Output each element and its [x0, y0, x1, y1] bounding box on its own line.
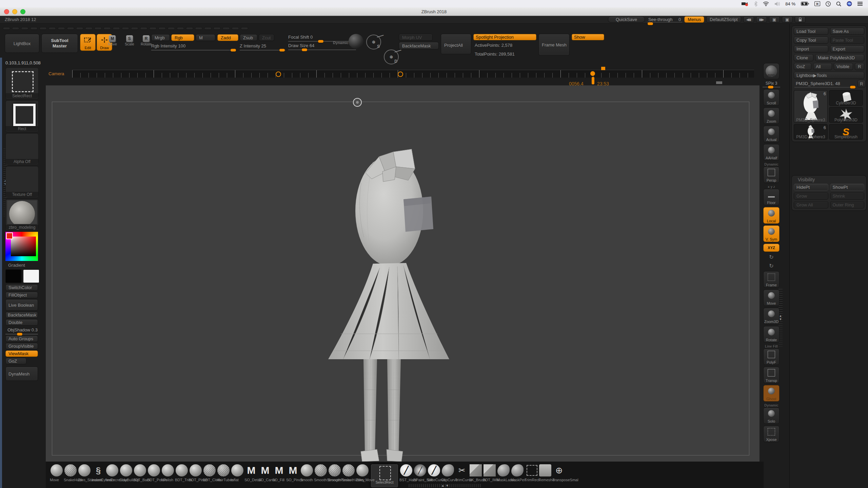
gradient-label[interactable]: Gradient [5, 262, 39, 269]
polymesh3d-thumbnail[interactable]: PolyMesh3D [829, 107, 863, 123]
menu-item[interactable] [149, 27, 157, 30]
load-tool-button[interactable]: Load Tool [794, 28, 828, 35]
right-shelf-button[interactable]: Ghost [763, 385, 780, 402]
rgb-intensity-slider[interactable]: Rgb Intensity 100 [151, 43, 236, 50]
rotate-mode-button[interactable]: R Rotate [141, 35, 152, 46]
mrgb-button[interactable]: Mrgb [151, 34, 170, 41]
spix-handle[interactable] [768, 86, 773, 88]
right-shelf-button[interactable]: Line Fill PolyF [763, 348, 780, 365]
right-shelf-button[interactable]: Actual [763, 126, 780, 142]
secondary-color-swatch[interactable] [23, 269, 39, 283]
menu-item[interactable] [204, 27, 212, 30]
viewmask-button[interactable]: ViewMask [5, 350, 38, 357]
rgb-intensity-handle[interactable] [231, 49, 236, 52]
dynamesh-button[interactable]: DynaMesh [5, 367, 38, 381]
menu-item[interactable] [48, 27, 56, 30]
siri-icon[interactable] [847, 1, 852, 7]
menu-item[interactable] [131, 27, 138, 30]
see-through-handle[interactable] [648, 22, 653, 25]
timeline-playhead-dot[interactable] [590, 71, 595, 76]
make-polymesh3d-button[interactable]: Make PolyMesh3D [815, 54, 864, 61]
bpr-render-button[interactable]: BPR [763, 63, 780, 79]
edit-mode-button[interactable]: Edit [80, 34, 96, 51]
grow-button[interactable]: Grow [794, 192, 828, 200]
draw-size-handle[interactable] [302, 48, 307, 51]
groupvisible-button[interactable]: GroupVisible [5, 343, 38, 349]
dynamic-label[interactable]: Dynamic [333, 41, 349, 45]
subtool-master-button[interactable]: SubTool Master [41, 34, 78, 53]
active-tool-thumbnail[interactable]: 6 PM3D_Sphere3 [794, 90, 828, 123]
see-through-slider[interactable]: See-through 0 [647, 17, 682, 22]
volume-icon[interactable] [774, 1, 780, 7]
showpt-button[interactable]: ShowPt [830, 184, 865, 191]
right-shelf-button[interactable]: Frame [763, 271, 780, 288]
brush-item[interactable]: BST_Hard [399, 464, 413, 484]
goz-button[interactable]: GoZ [794, 63, 811, 70]
right-shelf-button[interactable]: Zoom3D [763, 308, 780, 324]
menu-item[interactable] [186, 27, 193, 30]
right-shelf-button[interactable]: Rotate [763, 326, 780, 343]
backfacemask-side-button[interactable]: BackfaceMask [5, 312, 38, 318]
scale-mode-button[interactable]: S Scale [125, 35, 134, 46]
morph-uv-button[interactable]: Morph UV [399, 34, 433, 41]
menu-item[interactable] [94, 27, 102, 30]
right-shelf-button[interactable]: Xpose [763, 426, 780, 442]
import-button[interactable]: Import [794, 45, 828, 53]
zsub-button[interactable]: Zsub [240, 34, 257, 41]
simplebrush-thumbnail[interactable]: S SimpleBrush [829, 124, 863, 140]
goz-side-button[interactable]: GoZ [5, 358, 26, 364]
menu-item[interactable] [39, 27, 47, 30]
menu-item[interactable] [177, 27, 184, 30]
alpha-picker-icon[interactable]: ⊕D╱ [384, 49, 399, 64]
zcut-button[interactable]: Zcut [259, 34, 274, 41]
goz-visible-button[interactable]: Visible [834, 63, 853, 70]
wifi-icon[interactable] [763, 1, 769, 7]
main-color-swatch[interactable] [5, 269, 22, 283]
brush-item[interactable]: SelectRect [371, 464, 398, 487]
right-shelf-button[interactable] [764, 262, 779, 269]
frame-mesh-button[interactable]: Frame Mesh [538, 34, 570, 56]
alpha-thumbnail[interactable]: Alpha Off [5, 133, 39, 165]
hidept-button[interactable]: HidePt [794, 184, 828, 191]
brush-item[interactable]: hPolish [161, 464, 175, 484]
shrink-button[interactable]: Shrink [830, 192, 865, 200]
menu-item[interactable] [122, 27, 129, 30]
timeline-marker-square[interactable] [601, 67, 605, 70]
move-mode-button[interactable]: M Move [108, 35, 117, 46]
brush-item[interactable]: BDT_Pinch [189, 464, 203, 484]
paste-tool-button[interactable]: Paste Tool [830, 37, 865, 44]
cylinder3d-thumbnail[interactable]: Cylinder3D [829, 90, 863, 106]
gizmo-tool-thumbnail[interactable]: SelectRect [5, 67, 39, 99]
brush-item[interactable]: SO_Detail [244, 464, 258, 484]
brush-item[interactable]: MaskLasso [497, 464, 511, 484]
battery-icon[interactable] [801, 1, 809, 7]
right-shelf-button[interactable]: XYZ [763, 244, 780, 252]
brush-item[interactable]: BDT_IMM [483, 464, 497, 484]
lightbox-button[interactable]: LightBox [5, 34, 39, 53]
camera-track-label[interactable]: Camera [48, 71, 64, 76]
visibility-title[interactable]: Visibility [794, 176, 864, 184]
texture-thumbnail[interactable]: Texture Off [5, 166, 39, 198]
dock-left-icon[interactable] [743, 16, 754, 23]
document-canvas[interactable] [46, 85, 760, 462]
brush-item[interactable]: ClayBuildup [119, 464, 133, 484]
menu-item[interactable] [241, 27, 248, 30]
menu-item[interactable] [222, 27, 230, 30]
rgb-button[interactable]: Rgb [171, 34, 194, 41]
menu-item[interactable] [213, 27, 221, 30]
palette-section-header[interactable] [790, 245, 868, 247]
brush-item[interactable]: BDT_Cloth [203, 464, 217, 484]
palette-section-header[interactable] [790, 218, 868, 220]
menu-item[interactable] [3, 27, 10, 30]
brush-item[interactable]: SmoothValley [342, 464, 356, 484]
color-picker[interactable] [5, 232, 38, 261]
brush-item[interactable]: SK_Brush [469, 464, 483, 484]
projectall-button[interactable]: ProjectAll [441, 34, 471, 54]
palette-section-header[interactable] [790, 160, 868, 163]
palette-section-header[interactable] [790, 168, 868, 171]
palette-section-header[interactable] [790, 144, 868, 147]
quicksave-button[interactable]: QuickSave [608, 16, 645, 23]
palette-section-header[interactable] [790, 226, 868, 228]
brush-item[interactable]: HairTubes [217, 464, 231, 484]
menu-item[interactable] [12, 27, 19, 30]
